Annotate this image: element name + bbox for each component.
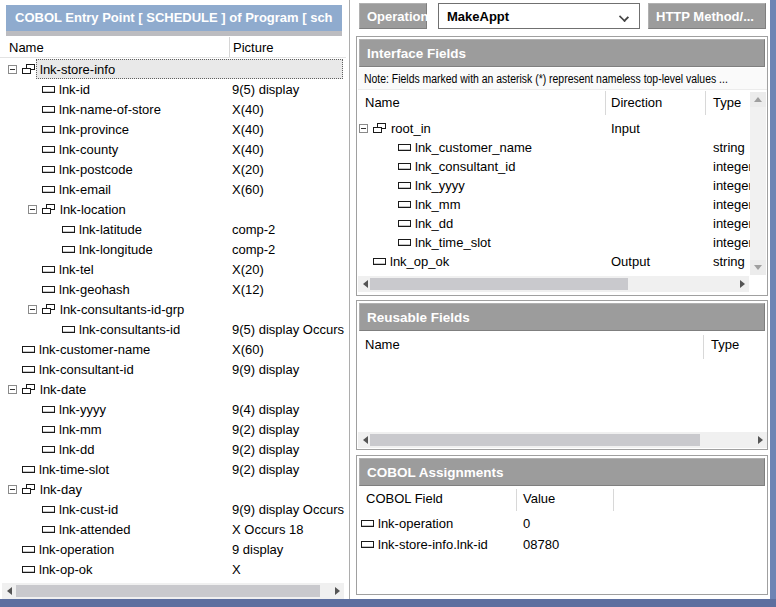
assignment-value: 08780 — [523, 537, 559, 552]
tree-row[interactable]: lnk-name-of-storeX(40) — [0, 99, 346, 119]
scroll-left-icon[interactable] — [2, 583, 16, 599]
tree-row[interactable]: lnk-countyX(40) — [0, 139, 346, 159]
operation-selected-value: MakeAppt — [447, 9, 509, 24]
interface-field-row[interactable]: root_inInput — [357, 119, 750, 138]
indent — [0, 149, 28, 150]
interface-fields-header: Interface Fields — [359, 39, 765, 67]
tree-expander-icon[interactable] — [8, 65, 17, 74]
group-field-icon — [22, 384, 36, 395]
field-name: lnk-county — [59, 142, 118, 157]
indent — [0, 529, 28, 530]
right-panel: Operation MakeAppt HTTP Method/... Inter… — [356, 0, 770, 599]
interface-field-row[interactable]: lnk_time_slotinteger — [357, 233, 750, 252]
tree-expander-icon[interactable] — [359, 124, 368, 133]
group-field-icon — [22, 64, 36, 75]
assignment-field-name: lnk-store-info.lnk-id — [378, 537, 488, 552]
field-name: lnk-province — [59, 122, 129, 137]
assignment-row[interactable]: lnk-store-info.lnk-id08780 — [357, 534, 767, 555]
tree-row[interactable]: lnk-consultant-id9(9) display — [0, 359, 346, 379]
interface-horizontal-scrollbar[interactable] — [358, 276, 749, 292]
http-method-button[interactable]: HTTP Method/... — [648, 3, 766, 29]
interface-vertical-scrollbar[interactable] — [750, 92, 766, 275]
if-column-header-direction: Direction — [611, 95, 662, 110]
field-name: lnk-time-slot — [39, 462, 109, 477]
tree-row[interactable]: lnk-dd9(2) display — [0, 439, 346, 459]
tree-row[interactable]: lnk-mm9(2) display — [0, 419, 346, 439]
tree-expander-icon[interactable] — [28, 305, 37, 314]
tree-row[interactable]: lnk-yyyy9(4) display — [0, 399, 346, 419]
indent — [0, 389, 8, 390]
field-name: lnk-customer-name — [39, 342, 150, 357]
field-name: lnk_dd — [415, 216, 453, 231]
field-picture: 9(2) display — [232, 422, 345, 437]
tree-row[interactable]: lnk-consultants-id-grp — [0, 299, 346, 319]
tree-row[interactable]: lnk-consultants-id9(5) display Occurs 16 — [0, 319, 346, 339]
field-icon — [42, 286, 55, 293]
column-separator — [605, 91, 606, 115]
indent — [0, 289, 28, 290]
scroll-right-icon[interactable] — [753, 432, 767, 448]
scrollbar-thumb[interactable] — [16, 585, 320, 597]
indent — [0, 109, 28, 110]
field-name: lnk_op_ok — [390, 254, 449, 269]
interface-field-row[interactable]: lnk_mminteger — [357, 195, 750, 214]
indent — [357, 242, 384, 243]
indent — [357, 223, 384, 224]
tree-row[interactable]: lnk-telX(20) — [0, 259, 346, 279]
tree-row[interactable]: lnk-customer-nameX(60) — [0, 339, 346, 359]
scroll-down-icon[interactable] — [750, 260, 766, 275]
interface-field-row[interactable]: lnk_consultant_idinteger — [357, 157, 750, 176]
operation-label: Operation — [359, 3, 427, 29]
field-type: integer — [713, 197, 753, 212]
scrollbar-thumb[interactable] — [370, 434, 700, 446]
tree-row[interactable]: lnk-attendedX Occurs 18 — [0, 519, 346, 539]
indent — [0, 329, 48, 330]
tree-expander-icon[interactable] — [28, 205, 37, 214]
interface-field-row[interactable]: lnk_ddinteger — [357, 214, 750, 233]
assignment-row[interactable]: lnk-operation0 — [357, 513, 767, 534]
field-name: lnk-geohash — [59, 282, 130, 297]
tree-row[interactable]: lnk-date — [0, 379, 346, 399]
tree-row[interactable]: lnk-emailX(60) — [0, 179, 346, 199]
field-icon — [42, 426, 55, 433]
tree-expander-icon[interactable] — [8, 385, 17, 394]
field-name: lnk_customer_name — [415, 140, 532, 155]
tree-row[interactable]: lnk-postcodeX(20) — [0, 159, 346, 179]
tree-row[interactable]: lnk-id9(5) display — [0, 79, 346, 99]
scroll-right-icon[interactable] — [330, 583, 344, 599]
field-icon — [42, 86, 55, 93]
field-type: integer — [713, 178, 753, 193]
tree-row[interactable]: lnk-store-info — [0, 59, 346, 79]
field-icon — [22, 366, 35, 373]
tree-row[interactable]: lnk-longitudecomp-2 — [0, 239, 346, 259]
field-name: lnk-consultants-id — [79, 322, 180, 337]
field-picture: X(20) — [232, 162, 345, 177]
field-icon — [42, 126, 55, 133]
interface-field-row[interactable]: lnk_customer_namestring — [357, 138, 750, 157]
operation-select[interactable]: MakeAppt — [438, 3, 640, 29]
expander-slot — [8, 65, 22, 74]
tree-row[interactable]: lnk-provinceX(40) — [0, 119, 346, 139]
indent — [0, 209, 28, 210]
scroll-right-icon[interactable] — [735, 276, 749, 292]
tree-row[interactable]: lnk-op-okX — [0, 559, 346, 579]
tree-expander-icon[interactable] — [8, 485, 17, 494]
field-picture: 9(5) display Occurs 16 — [232, 322, 345, 337]
tree-row[interactable]: lnk-geohashX(12) — [0, 279, 346, 299]
indent — [0, 269, 28, 270]
tree-horizontal-scrollbar[interactable] — [2, 583, 344, 599]
panel-splitter[interactable] — [349, 0, 350, 599]
scrollbar-thumb[interactable] — [370, 278, 628, 290]
tree-row[interactable]: lnk-location — [0, 199, 346, 219]
interface-field-row[interactable]: lnk_yyyyinteger — [357, 176, 750, 195]
tree-row[interactable]: lnk-time-slot9(2) display — [0, 459, 346, 479]
tree-row[interactable]: lnk-latitudecomp-2 — [0, 219, 346, 239]
reusable-horizontal-scrollbar[interactable] — [358, 432, 767, 448]
cobol-assignments-section: COBOL Assignments COBOL Field Value lnk-… — [356, 455, 768, 595]
tree-row[interactable]: lnk-cust-id9(9) display Occurs 18 — [0, 499, 346, 519]
scroll-up-icon[interactable] — [750, 92, 766, 107]
interface-field-row[interactable]: lnk_op_okOutputstring — [357, 252, 750, 271]
field-picture: 9(5) display — [232, 82, 345, 97]
tree-row[interactable]: lnk-day — [0, 479, 346, 499]
tree-row[interactable]: lnk-operation9 display — [0, 539, 346, 559]
